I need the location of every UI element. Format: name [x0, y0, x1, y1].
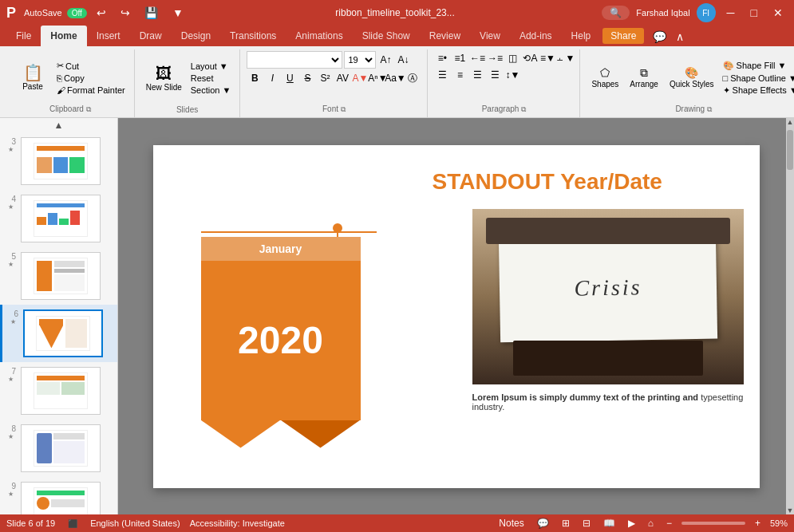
slide-item-9[interactable]: 9 ★: [0, 477, 117, 514]
cut-button[interactable]: ✂ Cut: [54, 60, 128, 72]
underline-button[interactable]: U: [282, 71, 298, 85]
tab-transitions[interactable]: Transitions: [220, 26, 286, 46]
zoom-slider[interactable]: [681, 522, 745, 525]
tab-help[interactable]: Help: [562, 26, 601, 46]
more-tools-button[interactable]: ▼: [168, 5, 188, 21]
home-view-button[interactable]: ⌂: [645, 517, 657, 530]
bold-button[interactable]: B: [247, 71, 263, 85]
slide-thumb-3[interactable]: [21, 137, 101, 185]
scroll-up-button[interactable]: ▲: [0, 118, 117, 132]
close-button[interactable]: ✕: [768, 5, 788, 21]
tab-file[interactable]: File: [6, 26, 41, 46]
avatar[interactable]: FI: [697, 3, 716, 22]
bullet-list-button[interactable]: ≡•: [434, 51, 450, 65]
zoom-out-button[interactable]: −: [663, 517, 675, 530]
minimize-button[interactable]: ─: [722, 5, 740, 21]
scroll-up-canvas[interactable]: ▲: [787, 118, 794, 126]
undo-button[interactable]: ↩: [92, 5, 111, 21]
comments-status-button[interactable]: 💬: [534, 517, 552, 530]
comments-button[interactable]: 💬: [650, 27, 670, 46]
layout-button[interactable]: Layout ▼: [188, 61, 234, 72]
scroll-down-canvas[interactable]: ▼: [787, 506, 794, 514]
drawing-expand-icon[interactable]: ⧉: [707, 105, 712, 113]
notes-button[interactable]: Notes: [496, 517, 527, 530]
italic-button[interactable]: I: [264, 71, 280, 85]
align-center-button[interactable]: ≡: [452, 68, 468, 82]
tab-home[interactable]: Home: [41, 26, 86, 46]
slide-info-button[interactable]: ⬛: [65, 518, 81, 529]
quick-styles-button[interactable]: 🎨 Quick Styles: [665, 65, 719, 91]
slide-thumb-7[interactable]: [21, 367, 101, 415]
paste-button[interactable]: 📋 Paste: [13, 54, 53, 102]
reset-button[interactable]: Reset: [188, 73, 234, 84]
align-right-button[interactable]: ☰: [469, 68, 485, 82]
slide-item-7[interactable]: 7 ★: [0, 362, 117, 420]
tab-share[interactable]: Share: [602, 28, 644, 44]
font-size-select[interactable]: 19: [344, 51, 376, 69]
char-spacing-button[interactable]: AV: [334, 71, 350, 85]
decrease-indent-button[interactable]: ←≡: [469, 51, 485, 65]
slide-item-8[interactable]: 8 ★: [0, 420, 117, 477]
normal-view-button[interactable]: ⊞: [559, 517, 573, 530]
arrange-button[interactable]: ⧉ Arrange: [625, 65, 663, 91]
shadow-button[interactable]: S²: [317, 71, 333, 85]
accessibility-label[interactable]: Accessibility: Investigate: [190, 518, 285, 528]
tab-review[interactable]: Review: [420, 26, 470, 46]
tab-addins[interactable]: Add-ins: [510, 26, 562, 46]
shape-outline-button[interactable]: □ Shape Outline ▼: [721, 73, 795, 84]
add-columns-button[interactable]: ⫠▼: [557, 51, 573, 65]
new-slide-button[interactable]: 🖼 New Slide: [141, 54, 187, 102]
highlight-button[interactable]: Aⁿ▼: [369, 71, 385, 85]
increase-font-button[interactable]: A↑: [377, 53, 393, 67]
slide-thumb-6[interactable]: [23, 309, 103, 357]
search-box[interactable]: 🔍: [602, 6, 630, 20]
text-direction-button[interactable]: ⟲A: [522, 51, 538, 65]
maximize-button[interactable]: □: [746, 5, 762, 21]
slide-thumb-8[interactable]: [21, 424, 101, 472]
tab-view[interactable]: View: [470, 26, 510, 46]
tab-design[interactable]: Design: [172, 26, 220, 46]
ribbon-collapse-button[interactable]: ∧: [673, 27, 687, 46]
slide-item-3[interactable]: 3 ★: [0, 132, 117, 190]
font-color-button[interactable]: A▼: [352, 71, 368, 85]
align-text-button[interactable]: ≡▼: [539, 51, 555, 65]
numbered-list-button[interactable]: ≡1: [452, 51, 468, 65]
save-button[interactable]: 💾: [140, 5, 163, 21]
smart-art-button[interactable]: ◫: [504, 51, 520, 65]
slideshow-button[interactable]: ▶: [625, 517, 638, 530]
slide-thumb-4[interactable]: [21, 195, 101, 242]
align-left-button[interactable]: ☰: [434, 68, 450, 82]
shape-fill-button[interactable]: 🎨 Shape Fill ▼: [721, 60, 795, 72]
zoom-in-button[interactable]: +: [752, 517, 764, 530]
slide-thumb-5[interactable]: [21, 252, 101, 300]
redo-button[interactable]: ↪: [116, 5, 135, 21]
font-name-select[interactable]: [247, 51, 342, 69]
justify-button[interactable]: ☰: [487, 68, 503, 82]
autosave-toggle[interactable]: Off: [67, 8, 87, 18]
tab-animations[interactable]: Animations: [286, 26, 352, 46]
format-painter-button[interactable]: 🖌 Format Painter: [54, 85, 128, 96]
slide-item-4[interactable]: 4 ★: [0, 190, 117, 247]
text-case-button[interactable]: Aa▼: [387, 71, 403, 85]
slide-thumb-9[interactable]: [21, 482, 101, 514]
tab-insert[interactable]: Insert: [87, 26, 130, 46]
decrease-font-button[interactable]: A↓: [395, 53, 411, 67]
shapes-button[interactable]: ⬠ Shapes: [587, 65, 623, 91]
vertical-scrollbar[interactable]: ▲ ▼: [786, 118, 794, 514]
reading-view-button[interactable]: 📖: [600, 517, 618, 530]
strikethrough-button[interactable]: S: [299, 71, 315, 85]
shape-effects-button[interactable]: ✦ Shape Effects ▼: [721, 85, 795, 97]
increase-indent-button[interactable]: →≡: [487, 51, 503, 65]
paragraph-expand-icon[interactable]: ⧉: [521, 105, 526, 113]
tab-slideshow[interactable]: Slide Show: [353, 26, 420, 46]
clear-format-button[interactable]: Ⓐ: [405, 71, 421, 85]
slide-item-5[interactable]: 5 ★: [0, 247, 117, 305]
line-spacing-button[interactable]: ↕▼: [504, 68, 520, 82]
copy-button[interactable]: ⎘ Copy: [54, 73, 128, 84]
slide-item-6[interactable]: 6 ★: [0, 305, 117, 362]
clipboard-expand-icon[interactable]: ⧉: [86, 105, 91, 113]
tab-draw[interactable]: Draw: [130, 26, 172, 46]
section-button[interactable]: Section ▼: [188, 85, 234, 96]
font-expand-icon[interactable]: ⧉: [341, 105, 346, 113]
slide-sorter-button[interactable]: ⊟: [579, 517, 594, 530]
